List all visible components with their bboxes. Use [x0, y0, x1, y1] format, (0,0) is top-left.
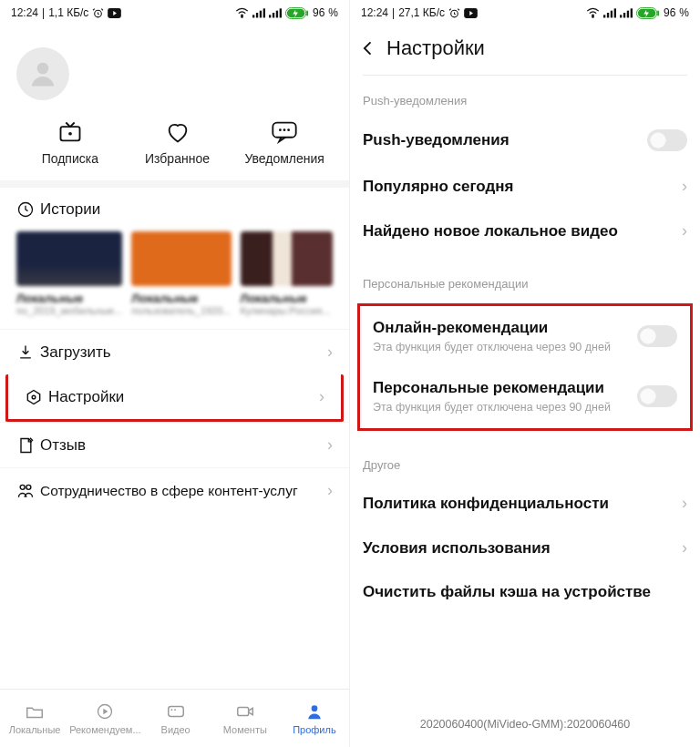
- svg-rect-26: [168, 706, 183, 716]
- section-push: Push-уведомления: [350, 94, 700, 117]
- status-time: 12:24: [361, 6, 388, 19]
- chevron-right-icon: ›: [682, 221, 687, 240]
- row-clear-cache[interactable]: Очистить файлы кэша на устройстве: [350, 570, 700, 614]
- battery-pct: 96: [313, 6, 324, 19]
- chevron-right-icon: ›: [327, 343, 333, 362]
- profile-screen: 12:24 | 1,1 КБ/с 96 %: [0, 0, 350, 747]
- camera-icon: [235, 702, 255, 721]
- signal-icon-2: [269, 7, 282, 18]
- svg-point-27: [170, 709, 172, 711]
- status-net: 1,1 КБ/с: [48, 6, 88, 19]
- svg-point-24: [26, 485, 31, 489]
- rect-icon: [166, 702, 186, 721]
- battery-pct: 96: [664, 6, 675, 19]
- build-id: 2020060400(MiVideo-GMM):2020060460: [350, 705, 700, 747]
- row-download[interactable]: Загрузить ›: [0, 329, 349, 374]
- history-card[interactable]: Локальные по_2019_мобильные...: [16, 231, 122, 316]
- svg-rect-44: [657, 10, 659, 15]
- row-popular[interactable]: Популярно сегодня ›: [350, 164, 700, 209]
- tab-notifications[interactable]: Уведомления: [231, 120, 338, 166]
- svg-point-33: [592, 16, 594, 18]
- nav-moments[interactable]: Моменты: [211, 690, 280, 747]
- tv-icon: [57, 120, 83, 144]
- user-filled-icon: [304, 702, 324, 721]
- nav-profile[interactable]: Профиль: [280, 690, 349, 747]
- row-online-recommendations[interactable]: Онлайн-рекомендации Эта функция будет от…: [360, 306, 690, 366]
- status-time: 12:24: [11, 6, 38, 19]
- battery-icon: [285, 7, 309, 19]
- svg-point-16: [68, 132, 72, 136]
- row-personal-recommendations[interactable]: Персональные рекомендации Эта функция бу…: [360, 366, 690, 426]
- row-feedback[interactable]: Отзыв ›: [0, 422, 349, 467]
- svg-rect-3: [252, 15, 254, 17]
- download-icon: [16, 343, 35, 362]
- history-card[interactable]: Локальные Кулинары.Россия...: [241, 231, 333, 316]
- wifi-icon: [586, 7, 600, 18]
- row-push-toggle[interactable]: Push-уведомления: [350, 117, 700, 164]
- note-icon: [16, 436, 35, 455]
- wifi-icon: [235, 7, 249, 18]
- svg-rect-35: [607, 13, 609, 17]
- chevron-right-icon: ›: [682, 177, 687, 196]
- svg-rect-8: [273, 13, 274, 17]
- histories-row[interactable]: Истории: [0, 188, 349, 231]
- svg-rect-36: [611, 11, 612, 18]
- row-privacy[interactable]: Политика конфиденциальности ›: [350, 481, 700, 526]
- nav-recommended[interactable]: Рекомендуем...: [69, 690, 140, 747]
- thumbnail: [241, 231, 333, 286]
- svg-point-14: [37, 63, 49, 75]
- toggle[interactable]: [637, 325, 677, 347]
- thumbnail: [131, 231, 231, 286]
- nav-local[interactable]: Локальные: [0, 690, 69, 747]
- avatar[interactable]: [16, 47, 69, 100]
- svg-rect-40: [627, 11, 629, 18]
- histories-cards: Локальные по_2019_мобильные... Локальные…: [0, 231, 349, 329]
- svg-point-30: [312, 705, 318, 711]
- youtube-icon: [108, 8, 121, 18]
- row-terms[interactable]: Условия использования ›: [350, 526, 700, 570]
- chevron-right-icon: ›: [327, 435, 333, 455]
- svg-point-18: [279, 128, 282, 131]
- svg-rect-7: [269, 15, 271, 17]
- chevron-left-icon: [359, 39, 377, 57]
- statusbar-right: 12:24 | 27,1 КБ/с 96 %: [350, 0, 700, 26]
- signal-icon-2: [620, 7, 633, 18]
- tab-subscriptions[interactable]: Подписка: [16, 120, 124, 166]
- nav-video[interactable]: Видео: [141, 690, 211, 747]
- svg-rect-37: [614, 8, 616, 17]
- status-net: 27,1 КБ/с: [398, 6, 445, 19]
- row-partnership[interactable]: Сотрудничество в сфере контент-услуг ›: [0, 467, 349, 513]
- row-new-local-video[interactable]: Найдено новое локальное видео ›: [350, 209, 700, 253]
- svg-rect-41: [631, 8, 633, 17]
- history-card[interactable]: Локальные пользователь_1920...: [131, 231, 231, 316]
- toggle[interactable]: [637, 385, 677, 407]
- chevron-right-icon: ›: [682, 538, 687, 558]
- svg-rect-29: [238, 707, 249, 715]
- toggle[interactable]: [647, 129, 687, 151]
- thumbnail: [16, 231, 122, 286]
- settings-hex-icon: [25, 388, 43, 406]
- profile-header[interactable]: [16, 47, 338, 100]
- bottom-nav: Локальные Рекомендуем... Видео Моменты П…: [0, 689, 349, 747]
- svg-point-20: [287, 128, 290, 131]
- svg-rect-4: [256, 13, 258, 17]
- section-other: Другое: [350, 458, 700, 481]
- people-icon: [16, 482, 35, 500]
- clock-icon: [16, 200, 35, 219]
- svg-point-19: [283, 128, 286, 131]
- svg-rect-6: [263, 8, 265, 17]
- alarm-icon: [448, 7, 460, 19]
- svg-point-28: [174, 709, 176, 711]
- signal-icon: [252, 7, 265, 18]
- tab-favorites[interactable]: Избранное: [124, 120, 232, 166]
- section-personal: Персональные рекомендации: [350, 277, 700, 300]
- chevron-right-icon: ›: [682, 494, 687, 513]
- svg-rect-5: [260, 11, 262, 18]
- statusbar-left: 12:24 | 1,1 КБ/с 96 %: [0, 0, 349, 26]
- back-button[interactable]: [359, 39, 377, 57]
- svg-point-22: [32, 395, 36, 399]
- row-settings[interactable]: Настройки ›: [5, 374, 344, 422]
- alarm-icon: [92, 7, 104, 19]
- settings-screen: 12:24 | 27,1 КБ/с 96 % Настройки: [350, 0, 700, 747]
- svg-rect-10: [280, 8, 282, 17]
